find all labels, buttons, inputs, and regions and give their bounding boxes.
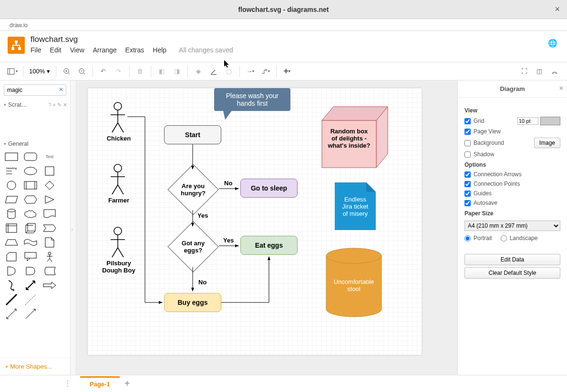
shape-line-thick[interactable] xyxy=(4,294,19,305)
shape-diamond[interactable] xyxy=(42,180,57,191)
grid-checkbox[interactable] xyxy=(464,118,471,124)
shape-process[interactable] xyxy=(23,180,38,191)
shape-line-arrow[interactable] xyxy=(23,308,38,320)
node-stool[interactable]: Uncomfortable stool xyxy=(325,247,382,320)
page-menu-icon[interactable]: ⋮ xyxy=(64,379,72,388)
landscape-radio[interactable] xyxy=(501,235,507,241)
actor-farmer[interactable] xyxy=(108,163,127,198)
scratchpad-section[interactable]: ▾Scrat… ? + ✎ ✕ xyxy=(0,100,70,110)
shape-ellipse[interactable] xyxy=(23,165,38,177)
shape-bidir-arrow[interactable] xyxy=(23,280,38,291)
node-start[interactable]: Start xyxy=(164,125,221,144)
shape-text[interactable]: Text xyxy=(42,151,57,162)
node-eggs-q[interactable]: Got any eggs? xyxy=(175,229,211,265)
undo-icon[interactable]: ↶ xyxy=(97,65,110,78)
shape-cube[interactable] xyxy=(23,222,38,234)
menu-file[interactable]: File xyxy=(31,46,41,54)
globe-icon[interactable]: 🌐 xyxy=(548,39,557,48)
autosave-checkbox[interactable] xyxy=(464,200,471,206)
redo-icon[interactable]: ↷ xyxy=(112,65,125,78)
shape-triangle[interactable] xyxy=(42,194,57,205)
add-page-button[interactable]: + xyxy=(120,378,135,389)
sidebar-toggle-icon[interactable]: ▾ xyxy=(6,65,19,78)
shape-step[interactable] xyxy=(42,222,57,234)
shape-rounded-rect[interactable] xyxy=(23,151,38,162)
shape-parallelogram[interactable] xyxy=(4,194,19,205)
to-front-icon[interactable]: ◧ xyxy=(155,65,168,78)
shape-line-arrow-both[interactable] xyxy=(4,308,19,320)
menu-view[interactable]: View xyxy=(70,46,84,54)
node-hungry[interactable]: Are you hungry? xyxy=(175,171,211,208)
general-section[interactable]: ▾General xyxy=(0,139,70,149)
page[interactable]: Chicken Farmer Pilsbury Dough Boy Please… xyxy=(88,88,422,355)
splitter[interactable]: ⦀ xyxy=(71,80,76,375)
conn-arrows-checkbox[interactable] xyxy=(464,171,471,178)
delete-icon[interactable]: 🗑 xyxy=(134,65,147,78)
shape-or[interactable] xyxy=(4,265,19,277)
menu-extras[interactable]: Extras xyxy=(125,46,144,54)
edit-data-button[interactable]: Edit Data xyxy=(464,254,560,265)
page-tab-1[interactable]: Page-1 xyxy=(80,376,120,391)
conn-points-checkbox[interactable] xyxy=(464,181,471,187)
image-button[interactable]: Image xyxy=(534,138,560,148)
shape-trapezoid[interactable] xyxy=(4,237,19,248)
shape-document[interactable] xyxy=(42,208,57,220)
node-sleep[interactable]: Go to sleep xyxy=(240,179,298,198)
shape-cylinder[interactable] xyxy=(4,208,19,220)
line-color-icon[interactable] xyxy=(207,65,220,78)
close-icon[interactable]: × xyxy=(555,4,560,14)
more-shapes-button[interactable]: + More Shapes... xyxy=(0,358,70,375)
portrait-radio[interactable] xyxy=(464,235,471,241)
shape-actor[interactable] xyxy=(42,251,57,262)
actor-doughboy[interactable] xyxy=(108,226,127,261)
shape-internal-storage[interactable] xyxy=(4,222,19,234)
pageview-checkbox[interactable] xyxy=(464,129,471,135)
menu-help[interactable]: Help xyxy=(153,46,166,54)
shape-arrow[interactable] xyxy=(42,280,57,291)
clear-search-icon[interactable]: ✕ xyxy=(59,86,63,93)
shape-data-storage[interactable] xyxy=(42,265,57,277)
node-jira[interactable]: Endless Jira ticket of misery xyxy=(335,182,376,231)
paper-size-select[interactable]: A4 (210 mm x 297 mm) xyxy=(464,221,560,231)
shape-card[interactable] xyxy=(4,251,19,262)
zoom-out-icon[interactable] xyxy=(75,65,89,78)
shape-curve-arrow[interactable] xyxy=(4,280,19,291)
shape-note[interactable] xyxy=(42,237,57,248)
format-panel-icon[interactable]: ◫ xyxy=(533,65,546,78)
node-random-box[interactable]: Random box of delights - what's inside? xyxy=(321,106,388,170)
to-back-icon[interactable]: ◨ xyxy=(170,65,184,78)
zoom-in-icon[interactable] xyxy=(60,65,73,78)
clear-style-button[interactable]: Clear Default Style xyxy=(464,267,560,279)
grid-size-input[interactable] xyxy=(517,117,538,125)
fullscreen-icon[interactable]: ⛶ xyxy=(517,65,531,78)
guides-checkbox[interactable] xyxy=(464,191,471,197)
menu-edit[interactable]: Edit xyxy=(50,46,62,54)
node-eat[interactable]: Eat eggs xyxy=(240,236,298,255)
fill-color-icon[interactable]: ◆ xyxy=(192,65,205,78)
zoom-select[interactable]: 100% ▾ xyxy=(27,67,52,76)
shadow-icon[interactable]: ▢ xyxy=(222,65,236,78)
shape-textbox[interactable]: Heading━━━━━━ xyxy=(4,165,19,177)
menu-arrange[interactable]: Arrange xyxy=(93,46,117,54)
panel-close-icon[interactable]: × xyxy=(559,84,563,92)
actor-chicken[interactable] xyxy=(108,101,127,136)
canvas[interactable]: Chicken Farmer Pilsbury Dough Boy Please… xyxy=(76,80,457,375)
shape-callout[interactable] xyxy=(23,251,38,262)
shape-and[interactable] xyxy=(23,265,38,277)
filename[interactable]: flowchart.svg xyxy=(31,35,233,44)
grid-color-swatch[interactable] xyxy=(540,117,560,125)
waypoint-icon[interactable]: ▾ xyxy=(259,65,272,78)
background-checkbox[interactable] xyxy=(464,140,471,146)
app-tab[interactable]: draw.io xyxy=(5,21,32,30)
shape-line-dashed[interactable] xyxy=(23,294,38,305)
node-buy[interactable]: Buy eggs xyxy=(164,293,221,312)
shape-square[interactable] xyxy=(42,165,57,177)
shape-rect[interactable] xyxy=(4,151,19,162)
insert-icon[interactable]: + ▾ xyxy=(280,65,294,78)
shape-cloud[interactable] xyxy=(23,208,38,220)
collapse-icon[interactable]: ︽ xyxy=(548,65,561,78)
search-input[interactable] xyxy=(4,84,66,96)
shape-circle[interactable] xyxy=(4,180,19,191)
shape-hexagon[interactable] xyxy=(23,194,38,205)
shape-tape[interactable] xyxy=(23,237,38,248)
